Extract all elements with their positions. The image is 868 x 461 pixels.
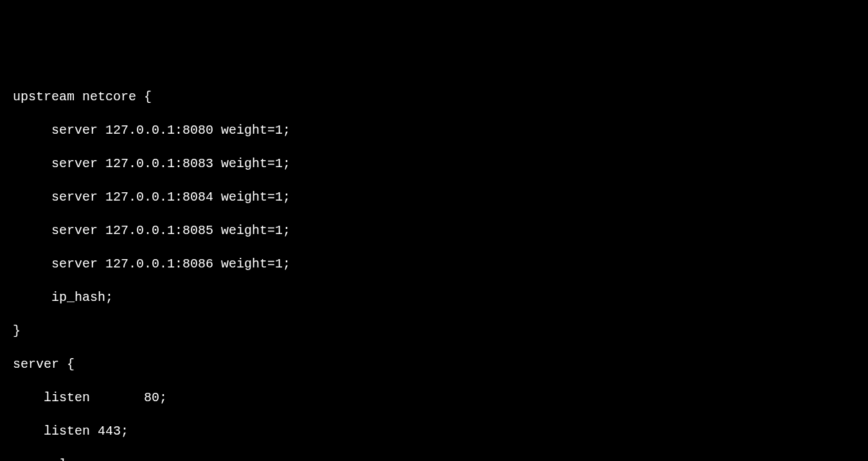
config-line: listen 443; — [13, 423, 855, 440]
config-line: server { — [13, 356, 855, 373]
config-line: server 127.0.0.1:8086 weight=1; — [13, 256, 855, 273]
config-line: server 127.0.0.1:8085 weight=1; — [13, 222, 855, 239]
config-line: } — [13, 323, 855, 339]
config-line: ssl on; — [13, 456, 855, 461]
config-line: server 127.0.0.1:8084 weight=1; — [13, 189, 855, 206]
config-line: ip_hash; — [13, 289, 855, 306]
config-line: server 127.0.0.1:8083 weight=1; — [13, 156, 855, 172]
config-line: upstream netcore { — [13, 89, 855, 105]
terminal-output: upstream netcore { server 127.0.0.1:8080… — [13, 72, 855, 461]
config-line: listen 80; — [13, 390, 855, 406]
config-line: server 127.0.0.1:8080 weight=1; — [13, 122, 855, 139]
